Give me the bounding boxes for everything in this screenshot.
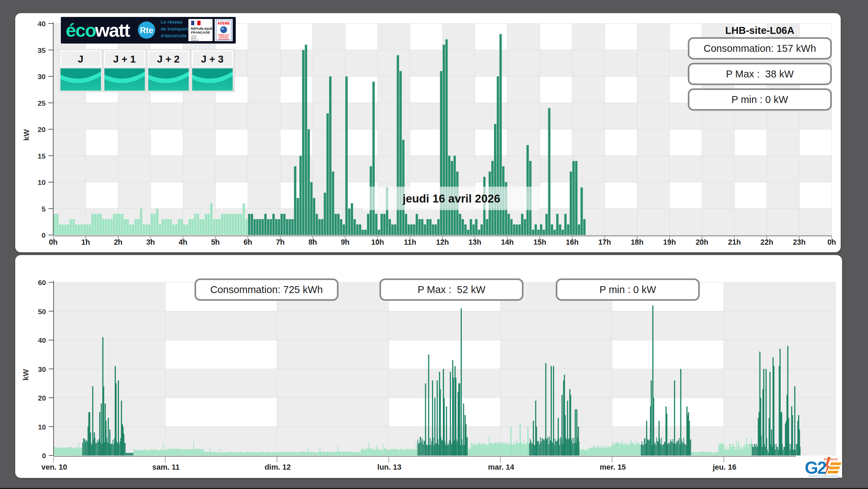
svg-text:TRANSITION: TRANSITION (219, 36, 228, 38)
svg-text:40: 40 (38, 20, 46, 28)
svg-text:10: 10 (38, 423, 46, 431)
svg-text:FRANÇAISE: FRANÇAISE (191, 30, 211, 34)
svg-text:40: 40 (38, 336, 46, 344)
svg-text:Optimisation des ressources én: Optimisation des ressources énergétiques (809, 475, 838, 477)
svg-text:14h: 14h (501, 238, 514, 246)
svg-text:Consommation: 725 kWh: Consommation: 725 kWh (210, 284, 323, 295)
svg-text:0h: 0h (827, 238, 836, 246)
svg-text:0: 0 (41, 231, 46, 239)
svg-text:19h: 19h (663, 238, 676, 246)
svg-text:3h: 3h (146, 238, 155, 246)
svg-text:ADEME: ADEME (217, 21, 230, 25)
svg-text:J + 3: J + 3 (201, 54, 223, 65)
svg-text:P Max : 52 kW: P Max : 52 kW (418, 284, 486, 295)
svg-text:30: 30 (38, 365, 46, 373)
svg-text:15: 15 (38, 152, 46, 160)
svg-text:23h: 23h (793, 238, 806, 246)
svg-text:21h: 21h (728, 238, 741, 246)
svg-text:20: 20 (38, 394, 46, 402)
svg-text:LHB-site-L06A: LHB-site-L06A (725, 25, 794, 36)
svg-text:Fraternité: Fraternité (191, 39, 199, 41)
svg-text:éco: éco (66, 20, 96, 40)
svg-text:2h: 2h (114, 238, 122, 246)
svg-text:20: 20 (38, 125, 46, 133)
svg-text:11h: 11h (404, 238, 416, 246)
svg-text:P min : 0 kW: P min : 0 kW (731, 94, 788, 105)
svg-text:1h: 1h (81, 238, 90, 246)
svg-text:35: 35 (38, 46, 46, 54)
svg-text:12h: 12h (436, 238, 449, 246)
svg-text:4h: 4h (179, 238, 187, 246)
svg-text:Le réseau: Le réseau (161, 19, 183, 25)
svg-text:dim. 12: dim. 12 (264, 463, 291, 471)
svg-text:Consommation: 157 kWh: Consommation: 157 kWh (703, 43, 816, 54)
svg-text:watt: watt (95, 20, 130, 40)
svg-text:0h: 0h (49, 238, 57, 246)
svg-text:kW: kW (21, 369, 30, 380)
svg-text:J + 1: J + 1 (113, 54, 136, 65)
svg-text:RÉPUBLIQUE: RÉPUBLIQUE (191, 27, 213, 30)
svg-text:25: 25 (38, 99, 46, 107)
svg-text:G2: G2 (805, 458, 826, 478)
svg-text:8h: 8h (308, 238, 317, 246)
svg-text:de transport: de transport (161, 26, 188, 31)
svg-text:18h: 18h (631, 238, 643, 246)
svg-text:9h: 9h (341, 238, 349, 246)
svg-text:50: 50 (38, 308, 46, 316)
svg-text:ven. 10: ven. 10 (41, 463, 67, 471)
svg-text:Rte: Rte (140, 26, 153, 35)
svg-text:5h: 5h (211, 238, 220, 246)
svg-text:sam. 11: sam. 11 (152, 463, 180, 471)
svg-text:6h: 6h (243, 238, 252, 246)
svg-text:10h: 10h (371, 238, 384, 246)
svg-text:17h: 17h (598, 238, 611, 246)
svg-text:FRANCE: FRANCE (824, 457, 838, 461)
svg-text:60: 60 (38, 279, 46, 286)
svg-text:22h: 22h (760, 238, 773, 246)
svg-text:ÉCOLOGIQUE: ÉCOLOGIQUE (218, 38, 229, 40)
svg-text:J + 2: J + 2 (157, 54, 179, 65)
svg-text:jeudi 16 avril 2026: jeudi 16 avril 2026 (402, 192, 501, 205)
svg-text:13h: 13h (468, 238, 481, 246)
svg-text:P Max : 38 kW: P Max : 38 kW (726, 68, 794, 79)
svg-text:16h: 16h (566, 238, 579, 246)
svg-text:P min : 0 kW: P min : 0 kW (599, 284, 656, 295)
svg-text:5: 5 (41, 205, 46, 213)
svg-text:lun. 13: lun. 13 (377, 463, 402, 471)
svg-text:d'électricité: d'électricité (161, 33, 187, 38)
svg-text:0: 0 (42, 452, 46, 460)
svg-text:kW: kW (22, 129, 31, 141)
svg-text:10: 10 (38, 178, 46, 186)
svg-text:15h: 15h (533, 238, 546, 246)
svg-text:mar. 14: mar. 14 (488, 463, 515, 471)
svg-text:AGENCE DE LA: AGENCE DE LA (218, 34, 230, 36)
svg-text:30: 30 (38, 73, 46, 81)
svg-text:jeu. 16: jeu. 16 (712, 463, 736, 471)
svg-text:J: J (78, 54, 83, 65)
svg-text:mer. 15: mer. 15 (600, 463, 626, 471)
svg-text:20h: 20h (696, 238, 708, 246)
svg-text:7h: 7h (276, 238, 284, 246)
